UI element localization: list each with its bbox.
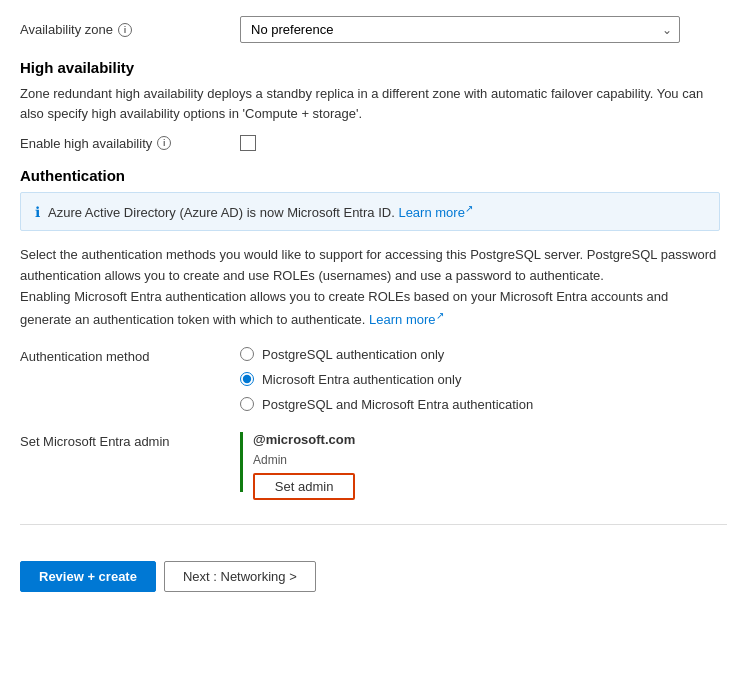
entra-bar xyxy=(240,432,243,492)
enable-ha-checkbox[interactable] xyxy=(240,135,256,151)
auth-desc-part1: Select the authentication methods you wo… xyxy=(20,247,716,283)
info-banner-learn-more-link[interactable]: Learn more↗ xyxy=(398,205,472,220)
enable-ha-info-icon[interactable]: i xyxy=(157,136,171,150)
set-admin-button[interactable]: Set admin xyxy=(253,473,355,500)
radio-entra[interactable] xyxy=(240,372,254,386)
auth-method-radio-group: PostgreSQL authentication only Microsoft… xyxy=(240,347,533,412)
high-availability-section: High availability Zone redundant high av… xyxy=(20,59,727,151)
footer-divider xyxy=(20,524,727,525)
radio-both[interactable] xyxy=(240,397,254,411)
enable-ha-row: Enable high availability i xyxy=(20,135,727,151)
info-banner-text-content: Azure Active Directory (Azure AD) is now… xyxy=(48,205,395,220)
availability-zone-info-icon[interactable]: i xyxy=(118,23,132,37)
info-banner-text: Azure Active Directory (Azure AD) is now… xyxy=(48,203,473,220)
radio-both-label: PostgreSQL and Microsoft Entra authentic… xyxy=(262,397,533,412)
high-availability-title: High availability xyxy=(20,59,727,76)
enable-ha-label-text: Enable high availability xyxy=(20,136,152,151)
review-create-button[interactable]: Review + create xyxy=(20,561,156,592)
auth-desc-part2: Enabling Microsoft Entra authentication … xyxy=(20,289,668,327)
admin-email: @microsoft.com xyxy=(253,432,355,447)
main-content: Availability zone i No preference Zone 1… xyxy=(0,0,747,616)
authentication-section: Authentication ℹ Azure Active Directory … xyxy=(20,167,727,500)
availability-zone-dropdown-wrapper: No preference Zone 1 Zone 2 Zone 3 ⌄ xyxy=(240,16,680,43)
radio-option-postgresql[interactable]: PostgreSQL authentication only xyxy=(240,347,533,362)
info-banner: ℹ Azure Active Directory (Azure AD) is n… xyxy=(20,192,720,231)
availability-zone-label: Availability zone i xyxy=(20,22,240,37)
footer-buttons: Review + create Next : Networking > xyxy=(20,545,727,600)
availability-zone-select[interactable]: No preference Zone 1 Zone 2 Zone 3 xyxy=(240,16,680,43)
radio-entra-label: Microsoft Entra authentication only xyxy=(262,372,461,387)
next-networking-button[interactable]: Next : Networking > xyxy=(164,561,316,592)
auth-method-row: Authentication method PostgreSQL authent… xyxy=(20,347,727,412)
info-banner-icon: ℹ xyxy=(35,204,40,220)
radio-option-both[interactable]: PostgreSQL and Microsoft Entra authentic… xyxy=(240,397,533,412)
radio-postgresql[interactable] xyxy=(240,347,254,361)
availability-zone-label-text: Availability zone xyxy=(20,22,113,37)
entra-admin-label: Set Microsoft Entra admin xyxy=(20,432,240,449)
entra-admin-value: @microsoft.com Admin Set admin xyxy=(253,432,355,500)
radio-option-entra[interactable]: Microsoft Entra authentication only xyxy=(240,372,533,387)
auth-learn-more-text: Learn more xyxy=(369,312,435,327)
authentication-title: Authentication xyxy=(20,167,727,184)
admin-sub-label: Admin xyxy=(253,453,355,467)
high-availability-description: Zone redundant high availability deploys… xyxy=(20,84,720,123)
enable-ha-checkbox-container xyxy=(240,135,256,151)
radio-postgresql-label: PostgreSQL authentication only xyxy=(262,347,444,362)
external-link-icon: ↗ xyxy=(465,203,473,214)
enable-ha-label: Enable high availability i xyxy=(20,136,240,151)
auth-learn-more-link[interactable]: Learn more↗ xyxy=(369,312,443,327)
entra-admin-section: Set Microsoft Entra admin @microsoft.com… xyxy=(20,432,727,500)
auth-description: Select the authentication methods you wo… xyxy=(20,245,720,331)
auth-method-label: Authentication method xyxy=(20,347,240,364)
info-banner-learn-more-text: Learn more xyxy=(398,205,464,220)
auth-external-link-icon: ↗ xyxy=(436,310,444,321)
availability-zone-row: Availability zone i No preference Zone 1… xyxy=(20,16,727,43)
